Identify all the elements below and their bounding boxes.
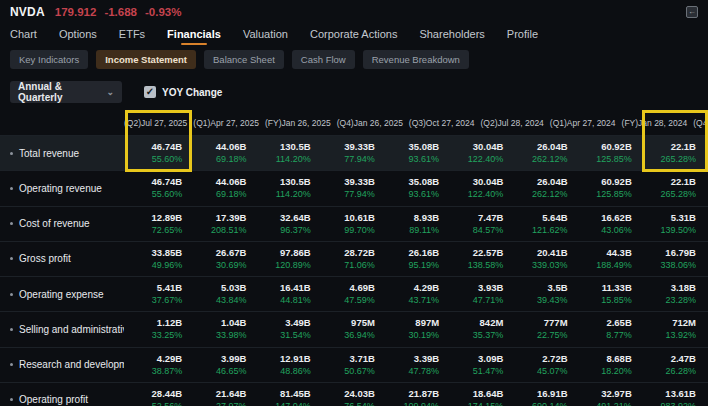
value-cell: 35.08B93.61% — [381, 171, 445, 205]
table-row[interactable]: Selling and administrative e...1.12B33.2… — [0, 311, 708, 346]
column-header[interactable]: (Q2)Jul 27, 2025 — [124, 118, 193, 128]
value-cell: 44.06B69.18% — [188, 136, 252, 170]
value-cell: 32.97B491.21% — [574, 383, 638, 406]
value-cell: 26.04B262.12% — [509, 136, 573, 170]
income-statement-table: (Q2)Jul 27, 2025(Q1)Apr 27, 2025(FY)Jan … — [0, 111, 708, 406]
tab-financials[interactable]: Financials — [167, 25, 221, 45]
value-cell: 33.85B49.96% — [124, 242, 188, 276]
value-cell: 18.64B174.15% — [445, 383, 509, 406]
table-row[interactable]: Operating revenue46.74B55.60%44.06B69.18… — [0, 170, 708, 205]
value-cell: 3.49B31.54% — [252, 312, 316, 346]
value-cell: 28.72B71.06% — [317, 242, 381, 276]
value-cell: 20.41B339.03% — [509, 242, 573, 276]
subtab-balance-sheet[interactable]: Balance Sheet — [204, 50, 284, 69]
value-cell: 32.64B96.37% — [252, 207, 316, 241]
tab-corporate-actions[interactable]: Corporate Actions — [310, 25, 397, 45]
column-header[interactable]: (Q4)Jan 28, 2024 — [693, 118, 708, 128]
top-bar: NVDA 179.912 -1.688 -0.93% ← — [0, 0, 708, 24]
tab-etfs[interactable]: ETFs — [119, 25, 145, 45]
tab-options[interactable]: Options — [59, 25, 97, 45]
row-label: Research and development ... — [0, 348, 124, 382]
row-label: Selling and administrative e... — [0, 312, 124, 346]
value-cell: 16.62B43.06% — [574, 207, 638, 241]
column-header[interactable]: (Q4)Jan 26, 2025 — [337, 118, 409, 128]
column-header[interactable]: (Q3)Oct 27, 2024 — [409, 118, 481, 128]
column-header[interactable]: (FY)Jan 26, 2025 — [265, 118, 337, 128]
value-cell: 5.31B139.50% — [638, 207, 702, 241]
value-cell: 10.61B99.70% — [317, 207, 381, 241]
table-row[interactable]: Total revenue46.74B55.60%44.06B69.18%130… — [0, 135, 708, 170]
value-cell: 11.33B15.85% — [574, 277, 638, 311]
row-bullet-icon — [10, 293, 13, 296]
tab-valuation[interactable]: Valuation — [243, 25, 288, 45]
table-body: Total revenue46.74B55.60%44.06B69.18%130… — [0, 135, 708, 406]
value-cell: 842M35.37% — [445, 312, 509, 346]
price-change: -1.688 — [104, 6, 137, 18]
value-cell: 130.5B114.20% — [252, 136, 316, 170]
column-header[interactable]: (FY)Jan 28, 2024 — [622, 118, 694, 128]
financials-sub-tabs: Key Indicators Income Statement Balance … — [0, 46, 708, 75]
value-cell: 21.64B27.97% — [188, 383, 252, 406]
value-cell: 30.04B122.40% — [445, 171, 509, 205]
subtab-income-statement[interactable]: Income Statement — [96, 50, 196, 69]
value-cell: 16.79B338.06% — [638, 242, 702, 276]
value-cell: 8.93B89.11% — [381, 207, 445, 241]
row-label: Gross profit — [0, 242, 124, 276]
subtab-revenue-breakdown[interactable]: Revenue Breakdown — [363, 50, 469, 69]
table-row[interactable]: Operating profit28.44B52.56%21.64B27.97%… — [0, 382, 708, 406]
row-bullet-icon — [10, 257, 13, 260]
collapse-panel-icon[interactable]: ← — [686, 6, 698, 18]
value-cell: 24.03B76.54% — [317, 383, 381, 406]
value-cell: 7.47B84.57% — [445, 207, 509, 241]
table-row[interactable]: Cost of revenue12.89B72.65%17.39B208.51%… — [0, 206, 708, 241]
value-cell: 4.69B47.59% — [317, 277, 381, 311]
row-bullet-icon — [10, 328, 13, 331]
value-cell: 16.41B44.81% — [252, 277, 316, 311]
tab-chart[interactable]: Chart — [10, 25, 37, 45]
ticker-symbol: NVDA — [10, 5, 45, 19]
tab-shareholders[interactable]: Shareholders — [419, 25, 484, 45]
yoy-checkbox-label: YOY Change — [162, 87, 222, 98]
value-cell: 3.93B47.71% — [445, 277, 509, 311]
value-cell: 17.39B208.51% — [188, 207, 252, 241]
value-cell: 2.72B45.07% — [509, 348, 573, 382]
table-row[interactable]: Research and development ...4.29B38.87%3… — [0, 347, 708, 382]
period-select-value: Annual & Quarterly — [18, 81, 106, 103]
table-row[interactable]: Operating expense5.41B37.67%5.03B43.84%1… — [0, 276, 708, 311]
value-cell: 12.91B48.86% — [252, 348, 316, 382]
value-cell: 3.39B47.78% — [381, 348, 445, 382]
value-cell: 5.41B37.67% — [124, 277, 188, 311]
table-row[interactable]: Gross profit33.85B49.96%26.67B30.69%97.8… — [0, 241, 708, 276]
row-label: Operating expense — [0, 277, 124, 311]
value-cell: 26.67B30.69% — [188, 242, 252, 276]
yoy-checkbox[interactable]: ✓ — [144, 86, 156, 98]
period-select[interactable]: Annual & Quarterly ⌄ — [10, 81, 122, 103]
table-controls: Annual & Quarterly ⌄ ✓ YOY Change — [0, 75, 708, 111]
value-cell: 22.1B265.28% — [638, 171, 702, 205]
value-cell: 39.33B77.94% — [317, 136, 381, 170]
value-cell: 26.04B262.12% — [509, 171, 573, 205]
chevron-down-icon: ⌄ — [106, 88, 114, 97]
value-cell: 1.12B33.25% — [124, 312, 188, 346]
column-header[interactable]: (Q1)Apr 27, 2025 — [193, 118, 265, 128]
column-header[interactable]: (Q2)Jul 28, 2024 — [481, 118, 550, 128]
value-cell: 4.29B43.71% — [381, 277, 445, 311]
value-cell: 35.08B93.61% — [381, 136, 445, 170]
value-cell: 8.68B18.20% — [574, 348, 638, 382]
value-cell: 4.29B38.87% — [124, 348, 188, 382]
value-cell: 3.99B46.65% — [188, 348, 252, 382]
column-header[interactable]: (Q1)Apr 27, 2024 — [550, 118, 622, 128]
table-header-row: (Q2)Jul 27, 2025(Q1)Apr 27, 2025(FY)Jan … — [0, 111, 708, 135]
value-cell: 3.5B39.43% — [509, 277, 573, 311]
value-cell: 1.04B33.98% — [188, 312, 252, 346]
subtab-cash-flow[interactable]: Cash Flow — [292, 50, 355, 69]
tab-profile[interactable]: Profile — [507, 25, 538, 45]
value-cell: 2.65B8.77% — [574, 312, 638, 346]
last-price: 179.912 — [55, 6, 97, 18]
value-cell: 712M13.92% — [638, 312, 702, 346]
value-cell: 13.61B983.92% — [638, 383, 702, 406]
subtab-key-indicators[interactable]: Key Indicators — [10, 50, 88, 69]
row-bullet-icon — [10, 363, 13, 366]
yoy-change-toggle[interactable]: ✓ YOY Change — [144, 86, 222, 98]
value-cell: 28.44B52.56% — [124, 383, 188, 406]
